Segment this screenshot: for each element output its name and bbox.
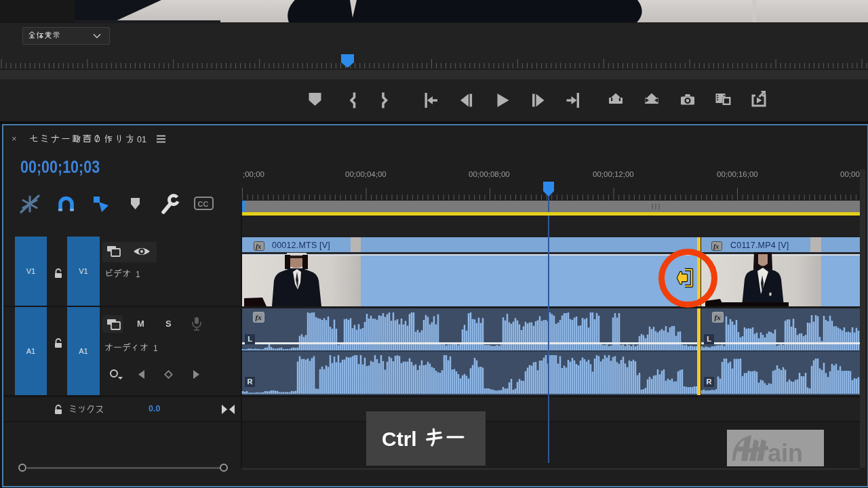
svg-text:fx: fx — [715, 313, 722, 321]
svg-text:ain: ain — [768, 439, 803, 466]
svg-text:fx: fx — [256, 313, 262, 321]
